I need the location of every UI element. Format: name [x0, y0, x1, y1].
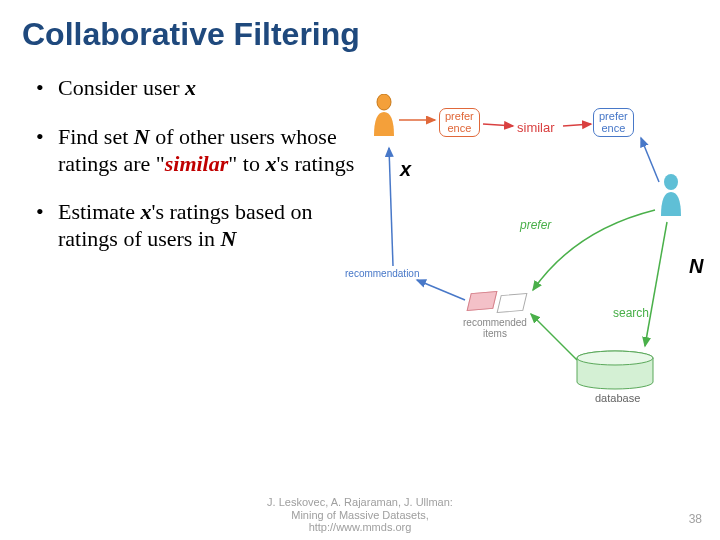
bullet-list: Consider user x Find set N of other user…	[0, 53, 360, 253]
bullet1-text: Consider user	[58, 75, 185, 100]
b2-x: x	[265, 151, 276, 176]
bullet-1: Consider user x	[36, 75, 360, 102]
svg-line-11	[645, 222, 667, 346]
svg-line-7	[563, 124, 591, 126]
page-title: Collaborative Filtering	[0, 0, 720, 53]
footer-line3: http://www.mmds.org	[0, 521, 720, 534]
var-x: x	[185, 75, 196, 100]
svg-line-6	[483, 124, 513, 126]
svg-line-9	[389, 148, 393, 266]
b2-p1: Find set	[58, 124, 134, 149]
footer-citation: J. Leskovec, A. Rajaraman, J. Ullman: Mi…	[0, 496, 720, 534]
bullet-3: Estimate x's ratings based on ratings of…	[36, 199, 360, 253]
svg-line-10	[417, 280, 465, 300]
diagram: x preference similar preference N prefer…	[345, 90, 710, 420]
b3-N: N	[221, 226, 237, 251]
page-number: 38	[689, 512, 702, 526]
var-N: N	[134, 124, 150, 149]
svg-line-12	[531, 314, 577, 360]
svg-line-8	[641, 138, 659, 182]
similar-word: similar	[165, 151, 229, 176]
b2-p3: " to	[228, 151, 265, 176]
diagram-arrows	[345, 90, 710, 420]
bullet-2: Find set N of other users whose ratings …	[36, 124, 360, 178]
b2-p4: 's ratings	[276, 151, 354, 176]
b3-p1: Estimate	[58, 199, 140, 224]
footer-line1: J. Leskovec, A. Rajaraman, J. Ullman:	[0, 496, 720, 509]
footer-line2: Mining of Massive Datasets,	[0, 509, 720, 522]
b3-x: x	[140, 199, 151, 224]
